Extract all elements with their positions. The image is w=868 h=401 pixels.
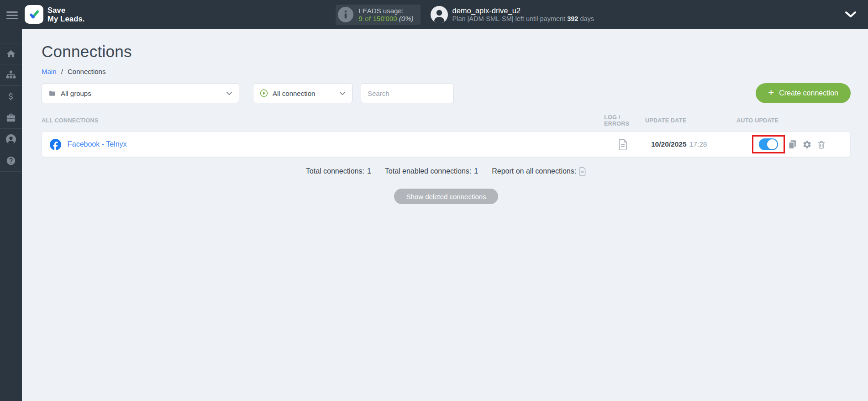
total-connections: Total connections: 1 [306,167,371,175]
sidebar [0,29,22,401]
main-content: Connections Main / Connections All group… [22,29,868,401]
sidebar-item-help[interactable] [0,150,22,172]
connection-link[interactable]: Facebook - Telnyx [68,140,127,148]
column-log-errors: LOG / ERRORS [602,114,645,127]
column-update-date: UPDATE DATE [645,117,734,124]
table-header: ALL CONNECTIONS LOG / ERRORS UPDATE DATE… [42,114,851,127]
search-input[interactable] [361,83,454,103]
briefcase-icon [6,113,16,123]
auto-update-highlight-box [752,135,785,153]
chevron-down-icon [339,91,346,95]
leads-total-count: 150'000 [373,15,397,22]
top-header: Save My Leads. LEADS usage: 9 of 150'000… [0,0,868,29]
connection-filter-value: All connection [273,90,315,97]
info-icon [338,7,353,22]
leads-usage-numbers: 9 of 150'000 (0%) [359,15,414,22]
update-time-value: 17:28 [689,140,707,148]
account-text: demo_apix-drive_u2 Plan |ADM-SML-SM| lef… [452,6,594,23]
auto-update-cell [734,135,788,153]
update-date-value: 10/20/2025 [651,140,687,148]
sidebar-item-profile[interactable] [0,129,22,150]
groups-filter-value: All groups [61,90,91,97]
breadcrumb-separator: / [61,68,63,75]
breadcrumb-current: Connections [68,68,105,75]
show-deleted-wrap: Show deleted connections [42,189,851,204]
account-menu[interactable]: demo_apix-drive_u2 Plan |ADM-SML-SM| lef… [431,6,594,23]
account-username: demo_apix-drive_u2 [452,6,594,15]
chevron-down-icon [226,91,232,95]
home-icon [6,49,16,59]
filter-row: All groups All connection + Create conne… [42,83,851,103]
leads-usage-panel: LEADS usage: 9 of 150'000 (0%) [336,5,421,25]
avatar-icon [431,6,448,23]
sidebar-item-connections[interactable] [0,64,22,86]
leads-used-count: 9 [359,15,363,22]
total-enabled-connections: Total enabled connections: 1 [385,167,478,175]
report-all-connections: Report on all connections: [492,167,586,176]
page-title: Connections [42,42,851,61]
column-all-connections: ALL CONNECTIONS [42,117,602,124]
log-document-icon[interactable] [618,138,628,151]
groups-filter-select[interactable]: All groups [42,83,239,103]
breadcrumb: Main / Connections [42,68,851,75]
connection-filter-select[interactable]: All connection [253,83,352,103]
sidebar-item-billing[interactable] [0,86,22,107]
days-until-payment: 392 [567,15,578,22]
row-actions-cell [788,140,842,149]
leads-usage-percent: (0%) [399,15,414,22]
log-errors-cell [601,138,645,151]
sidebar-item-home[interactable] [0,43,22,64]
report-document-icon[interactable] [579,167,586,176]
plus-icon: + [768,88,774,98]
sitemap-icon [6,70,16,80]
leads-usage-text: LEADS usage: 9 of 150'000 (0%) [359,7,414,22]
update-date-cell: 10/20/2025 17:28 [645,140,734,148]
total-connections-value: 1 [367,167,371,175]
account-chevron-down-icon[interactable] [845,11,857,18]
trash-icon[interactable] [817,140,826,149]
connection-row: Facebook - Telnyx 10/20/2025 17:28 [42,132,851,157]
copy-icon[interactable] [788,140,797,149]
leads-usage-label: LEADS usage: [359,7,414,15]
app-logo[interactable]: Save My Leads. [25,5,85,24]
facebook-icon [50,139,61,150]
show-deleted-button[interactable]: Show deleted connections [394,189,498,204]
play-circle-icon [260,89,268,97]
create-connection-button[interactable]: + Create connection [756,83,851,103]
toggle-knob [767,139,777,149]
folder-icon [48,90,56,97]
logo-text: Save My Leads. [47,6,85,23]
summary-row: Total connections: 1 Total enabled conne… [42,167,851,176]
total-enabled-value: 1 [474,167,478,175]
sidebar-item-services[interactable] [0,107,22,129]
connection-name-cell: Facebook - Telnyx [50,139,601,150]
create-connection-label: Create connection [779,89,838,97]
breadcrumb-main-link[interactable]: Main [42,68,57,75]
column-auto-update: AUTO UPDATE [734,117,788,124]
user-icon [6,134,16,144]
logo-check-icon [25,5,43,24]
account-plan-info: Plan |ADM-SML-SM| left until payment 392… [452,15,594,23]
hamburger-menu-icon[interactable] [6,11,18,19]
auto-update-toggle[interactable] [759,138,778,150]
dollar-icon [6,91,16,101]
gear-icon[interactable] [802,140,812,149]
question-icon [6,156,16,166]
